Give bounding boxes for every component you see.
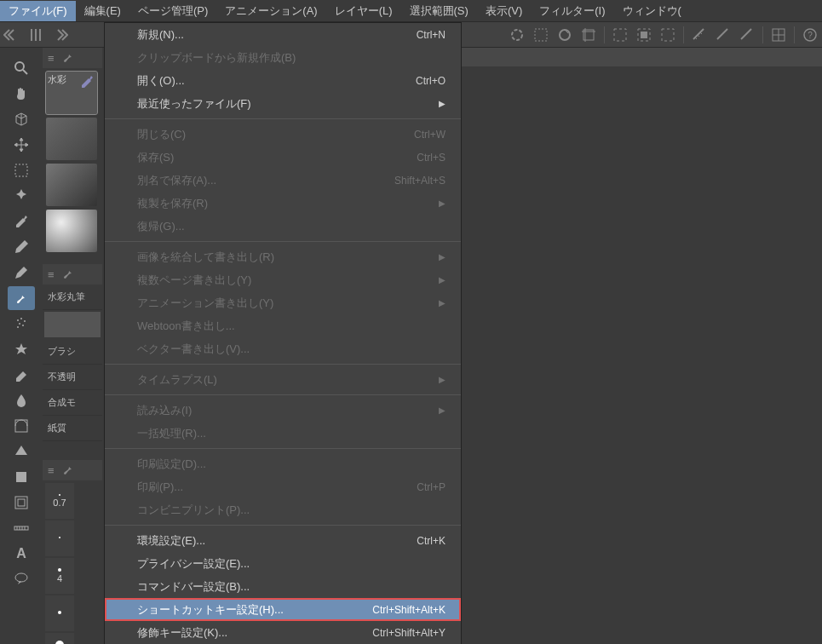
svg-rect-11 <box>15 164 27 176</box>
ruler2-icon[interactable] <box>711 23 735 47</box>
menu-item-label: 別名で保存(A)... <box>137 173 216 188</box>
chevron-right-icon[interactable] <box>48 23 72 47</box>
brush-preset-3[interactable] <box>46 210 97 252</box>
menu-item-2[interactable]: 開く(O)...Ctrl+O <box>105 69 461 92</box>
menu-item-label: 開く(O)... <box>137 73 185 89</box>
pen-tool[interactable] <box>8 235 35 259</box>
eyedropper-icon <box>78 73 95 92</box>
brush-tool[interactable] <box>8 286 35 310</box>
menu-item-shortcut: Shift+Alt+S <box>394 175 445 187</box>
menu-item-label: 印刷設定(D)... <box>137 457 206 472</box>
svg-text:A: A <box>16 546 26 561</box>
submenu-arrow-icon: ▶ <box>439 252 445 262</box>
wand-tool[interactable] <box>8 184 35 208</box>
gradient-tool[interactable] <box>8 440 35 463</box>
menu-item-20: 一括処理(R)... <box>105 422 461 445</box>
pencil-tool[interactable] <box>8 261 35 285</box>
menu-item-label: ベクター書き出し(V)... <box>137 342 250 357</box>
menu-item-label: 一括処理(R)... <box>137 426 206 441</box>
magnifier-tool[interactable] <box>8 56 35 80</box>
blend-tool[interactable] <box>8 388 35 412</box>
hand-tool[interactable] <box>8 82 35 106</box>
menu-view[interactable]: 表示(V) <box>477 1 531 21</box>
menu-item-label: 複数ページ書き出し(Y) <box>137 273 251 288</box>
size-1[interactable]: 4 <box>45 558 74 594</box>
ruler-icon[interactable] <box>687 23 711 47</box>
menu-item-shortcut: Ctrl+Shift+Alt+K <box>372 604 445 616</box>
submenu-arrow-icon: ▶ <box>439 99 445 108</box>
menu-item-27[interactable]: プライバシー設定(E)... <box>105 552 461 575</box>
menu-item-30[interactable]: 修飾キー設定(K)...Ctrl+Shift+Alt+Y <box>105 621 461 644</box>
eyedropper-tool[interactable] <box>8 210 35 233</box>
menu-selection[interactable]: 選択範囲(S) <box>401 1 477 21</box>
svg-text:?: ? <box>808 31 813 40</box>
menu-item-label: アニメーション書き出し(Y) <box>137 296 273 311</box>
menu-item-3[interactable]: 最近使ったファイル(F)▶ <box>105 92 461 115</box>
brush-icon <box>60 265 77 285</box>
brush-tab-icon[interactable] <box>60 49 77 68</box>
text-tool[interactable]: A <box>8 542 35 566</box>
canvas-area <box>462 48 822 644</box>
menu-page[interactable]: ページ管理(P) <box>129 1 216 21</box>
move-tool[interactable] <box>8 133 35 157</box>
menu-item-29[interactable]: ショートカットキー設定(H)...Ctrl+Shift+Alt+K <box>105 598 461 621</box>
hamburger-icon[interactable]: ≡ <box>43 268 60 281</box>
fill-tool[interactable] <box>8 414 35 438</box>
menu-item-14: Webtoon書き出し... <box>105 314 461 337</box>
hamburger-icon[interactable]: ≡ <box>43 464 60 477</box>
dashed-rect3-icon[interactable] <box>656 23 680 47</box>
airbrush-tool[interactable] <box>8 312 35 336</box>
menu-item-label: 修飾キー設定(K)... <box>137 625 227 641</box>
brush-panel: ≡ 水彩 <box>43 48 102 256</box>
hamburger-icon[interactable]: ≡ <box>43 52 60 65</box>
menu-animation[interactable]: アニメーション(A) <box>216 1 325 21</box>
size-0[interactable]: 0.7 <box>45 483 74 519</box>
svg-point-13 <box>20 318 22 319</box>
cube-tool[interactable] <box>8 107 35 131</box>
menu-item-label: 新規(N)... <box>137 27 184 43</box>
prop-opacity[interactable]: 不透明 <box>43 365 102 390</box>
dashed-rect-icon[interactable] <box>608 23 632 47</box>
menu-filter[interactable]: フィルター(I) <box>531 1 613 21</box>
dashed-rect2-icon[interactable] <box>632 23 656 47</box>
menu-window[interactable]: ウィンドウ( <box>614 1 690 21</box>
prop-brush-size[interactable]: ブラシ <box>43 339 102 365</box>
menu-item-26[interactable]: 環境設定(E)...Ctrl+K <box>105 529 461 552</box>
menu-item-7: 別名で保存(A)...Shift+Alt+S <box>105 169 461 192</box>
prop-paper[interactable]: 紙質 <box>43 416 102 441</box>
ruler-tool[interactable] <box>8 516 35 540</box>
shape-tool[interactable] <box>8 465 35 489</box>
menu-item-label: 環境設定(E)... <box>137 533 205 549</box>
bars-icon[interactable] <box>24 23 48 47</box>
size-blank[interactable] <box>45 520 74 556</box>
menu-layer[interactable]: レイヤー(L) <box>326 1 401 21</box>
help-icon[interactable]: ? <box>798 23 822 47</box>
menu-edit[interactable]: 編集(E) <box>76 1 129 21</box>
brush-preset-1[interactable] <box>46 118 97 160</box>
menu-file[interactable]: ファイル(F) <box>0 1 76 21</box>
menu-item-label: クリップボードから新規作成(B) <box>137 50 296 66</box>
ruler3-icon[interactable] <box>735 23 759 47</box>
crop-icon[interactable] <box>577 23 601 47</box>
menu-item-28[interactable]: コマンドバー設定(B)... <box>105 575 461 598</box>
size-blank2[interactable] <box>45 595 74 631</box>
marquee-tool[interactable] <box>8 158 35 182</box>
grid-icon[interactable] <box>767 23 790 47</box>
size-panel-tabs: ≡ <box>43 460 102 480</box>
brush-preset-2[interactable] <box>46 164 97 206</box>
menu-separator <box>105 525 461 526</box>
frame-tool[interactable] <box>8 491 35 515</box>
svg-rect-6 <box>662 29 674 41</box>
brush-preset-0[interactable]: 水彩 <box>46 72 97 114</box>
menu-separator <box>105 364 461 365</box>
chevron-left-icon[interactable] <box>0 23 24 47</box>
circle-arrow-icon[interactable] <box>553 23 577 47</box>
svg-point-16 <box>22 325 24 326</box>
select-rect-icon[interactable] <box>529 23 553 47</box>
balloon-tool[interactable] <box>8 567 35 591</box>
decoration-tool[interactable] <box>8 337 35 361</box>
menu-item-0[interactable]: 新規(N)...Ctrl+N <box>105 23 461 46</box>
eraser-tool[interactable] <box>8 363 35 387</box>
size-2[interactable]: 12 <box>45 633 74 644</box>
prop-blend-mode[interactable]: 合成モ <box>43 390 102 416</box>
